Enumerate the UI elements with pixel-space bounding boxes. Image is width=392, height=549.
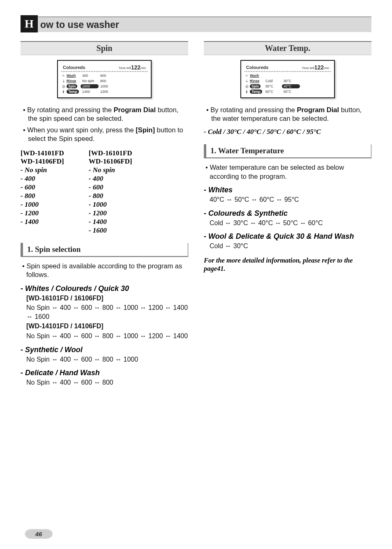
lcd-label: Rinse (250, 79, 259, 83)
program-line: Cold ↔ 30°C ↔ 40°C ↔ 50°C ↔ 60°C (210, 219, 371, 228)
section-title-spin: Spin (21, 41, 188, 55)
lcd-rows: ≈Wash⇣Rinse◎Spin🌡Temp400600No spin800160… (61, 73, 148, 94)
lcd-value: Cold (264, 79, 282, 83)
lcd-value: 95°C (264, 84, 282, 88)
spin-model-column: [WD-16101FDWD-16106FD]- No spin- 400- 60… (89, 149, 132, 235)
lcd-row-label: ⇣Rinse (244, 78, 262, 83)
lcd-vals-row: No spin800 (81, 78, 148, 83)
program-line: No Spin ↔ 400 ↔ 600 ↔ 800 ↔ 1000 ↔ 1200 … (26, 332, 188, 341)
lcd-icon: ⇣ (61, 79, 66, 83)
program-line: Cold ↔ 30°C (210, 242, 371, 251)
spin-option: - 1400 (21, 218, 64, 226)
lcd-row-label: ≈Wash (244, 73, 262, 78)
program-line: 40°C ↔ 50°C ↔ 60°C ↔ 95°C (210, 195, 371, 204)
lcd-label: Wash (250, 74, 259, 78)
lcd-label: Temp (67, 90, 79, 94)
lcd-icon: ⇣ (244, 79, 249, 83)
bullet-list: • By rotating and pressing the Program D… (21, 106, 188, 143)
program-heading: - Delicate / Hand Wash (21, 369, 188, 377)
lcd-panel-temp: Coloureds Time left122min ≈Wash⇣Rinse◎Sp… (240, 60, 335, 98)
spin-option: - 600 (21, 183, 64, 191)
spin-option: - 800 (21, 192, 64, 200)
right-column: Water Temp. Coloureds Time left122min ≈W… (204, 41, 371, 388)
spin-option: - 1600 (89, 226, 132, 235)
lcd-time: Time left122min (302, 64, 329, 71)
program-heading: - Whites / Coloureds / Quick 30 (21, 284, 188, 293)
subheading-spin-selection: 1. Spin selection (21, 243, 188, 257)
model-name: [WD-16101FD (89, 149, 132, 157)
program-heading: - Coloureds & Synthetic (204, 209, 371, 218)
lcd-value: 400 (81, 74, 99, 78)
bullet-item: • By rotating and pressing the Program D… (21, 106, 188, 123)
program-list-right: - Whites40°C ↔ 50°C ↔ 60°C ↔ 95°C- Colou… (204, 186, 371, 251)
lcd-icon: ◎ (244, 84, 249, 88)
spin-model-column: [WD-14101FDWD-14106FD]- No spin- 400- 60… (21, 149, 64, 235)
lcd-value: 40°C (282, 84, 300, 88)
program-heading: - Whites (204, 186, 371, 194)
water-temp-desc: • Water temperature can be selected as b… (204, 163, 371, 181)
lcd-row-label: ≈Wash (61, 73, 79, 78)
lcd-vals-row: 400600 (81, 73, 148, 78)
header-banner: H ow to use washer (21, 16, 371, 32)
temp-options-line: - Cold / 30°C / 40°C / 50°C / 60°C / 95°… (204, 127, 371, 136)
lcd-vals-row: 60°C50°C (264, 89, 331, 94)
lcd-value: No spin (81, 79, 99, 83)
lcd-icon: ◎ (61, 84, 66, 88)
lcd-vals-row (264, 73, 331, 78)
bullet-item: • When you want spin only, press the [Sp… (21, 126, 188, 143)
section-title-watertemp: Water Temp. (204, 41, 371, 55)
lcd-vals-row: 14001200 (81, 89, 148, 94)
lcd-value: 1600 (81, 84, 99, 88)
spin-option: - No spin (89, 166, 132, 174)
lcd-row-label: 🌡Temp (244, 89, 262, 94)
spin-option: - No spin (21, 166, 64, 174)
spin-option: - 400 (21, 175, 64, 183)
program-line: [WD-14101FD / 14106FD] (26, 322, 188, 331)
page: H ow to use washer Spin Coloureds Time l… (0, 0, 392, 549)
lcd-value: 1000 (99, 84, 117, 88)
program-heading: - Synthetic / Wool (21, 346, 188, 354)
lcd-row-label: ◎Spin (61, 83, 79, 89)
left-column: Spin Coloureds Time left122min ≈Wash⇣Rin… (21, 41, 188, 388)
spin-option: - 1400 (89, 218, 132, 226)
spin-option: - 1200 (89, 209, 132, 217)
lcd-row-label: ◎Spin (244, 83, 262, 89)
lcd-value: 1400 (81, 90, 99, 94)
lcd-value: 50°C (282, 90, 300, 94)
lcd-label: Spin (250, 84, 261, 88)
program-line: No Spin ↔ 400 ↔ 600 ↔ 800 (26, 378, 188, 387)
spin-option: - 1200 (21, 209, 64, 217)
lcd-label: Spin (67, 84, 77, 88)
header-initial: H (21, 15, 38, 32)
program-line: No Spin ↔ 400 ↔ 600 ↔ 800 ↔ 1000 (26, 355, 188, 364)
page-number: 46 (25, 529, 53, 539)
spin-options-table: [WD-14101FDWD-14106FD]- No spin- 400- 60… (21, 149, 188, 235)
lcd-icon: ≈ (244, 74, 249, 78)
spin-option: - 800 (89, 192, 132, 200)
lcd-vals-row: 95°C40°C (264, 83, 331, 89)
spin-option: - 400 (89, 175, 132, 183)
lcd-program: Coloureds (63, 65, 85, 70)
lcd-label: Wash (67, 74, 76, 78)
lcd-vals-row: Cold30°C (264, 78, 331, 83)
subheading-water-temperature: 1. Water Temperature (204, 144, 371, 158)
model-name: WD-14106FD] (21, 157, 64, 166)
lcd-time: Time left122min (118, 64, 146, 71)
lcd-row-label: ⇣Rinse (61, 78, 79, 83)
lcd-icon: 🌡 (244, 90, 249, 94)
lcd-value: 60°C (264, 90, 282, 94)
lcd-row-label: 🌡Temp (61, 89, 79, 94)
lcd-icon: ≈ (61, 74, 66, 78)
lcd-label: Rinse (67, 79, 76, 83)
model-name: WD-16106FD] (89, 157, 132, 166)
lcd-label: Temp (250, 90, 262, 94)
spin-option: - 1000 (89, 201, 132, 209)
program-line: [WD-16101FD / 16106FD] (26, 294, 188, 303)
content-columns: Spin Coloureds Time left122min ≈Wash⇣Rin… (21, 41, 371, 388)
model-name: [WD-14101FD (21, 149, 64, 157)
lcd-value: 1200 (99, 90, 117, 94)
bullet-item: • By rotating and pressing the Program D… (204, 106, 371, 123)
lcd-vals-row: 16001000 (81, 83, 148, 89)
detail-reference: For the more detailed information, pleas… (204, 256, 371, 273)
lcd-panel-spin: Coloureds Time left122min ≈Wash⇣Rinse◎Sp… (57, 60, 152, 98)
